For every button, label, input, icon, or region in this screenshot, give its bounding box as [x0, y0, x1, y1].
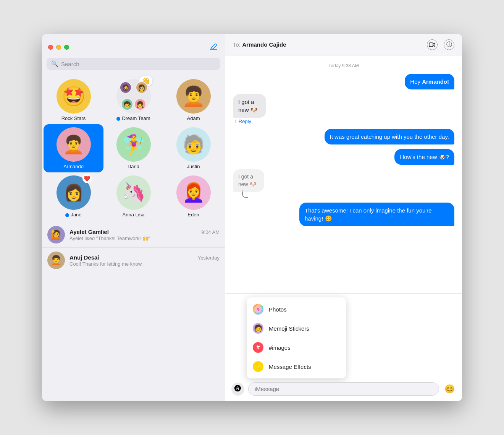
- recipient-name: Armando Cajide: [242, 41, 286, 48]
- info-button[interactable]: ⓘ: [444, 39, 454, 50]
- app-window: 🔍 🤩 Rock Stars 👋 🧔 👩 🧒 👧: [42, 34, 462, 401]
- sidebar: 🔍 🤩 Rock Stars 👋 🧔 👩 🧒 👧: [42, 34, 225, 401]
- avatar-darla: 🧚‍♀️: [116, 127, 151, 162]
- input-area: 🌸 Photos 🧑 Memoji Stickers # #images ✨ M…: [225, 293, 462, 401]
- avatar-dream-team: 👋 🧔 👩 🧒 👧: [116, 79, 151, 114]
- hashtag-images-icon: #: [253, 342, 263, 353]
- avatar-adam: 🧑‍🦱: [176, 79, 211, 114]
- pin-label-jane: Jane: [65, 212, 81, 218]
- input-row: 🅐 😊: [231, 382, 456, 396]
- conv-header-ayelet: Ayelet Gamliel 9:04 AM: [69, 229, 220, 235]
- pinned-contact-justin[interactable]: 🧓 Justin: [163, 124, 223, 172]
- conv-content-ayelet: Ayelet Gamliel 9:04 AM Ayelet liked "Tha…: [69, 229, 220, 241]
- video-call-button[interactable]: [427, 39, 438, 50]
- pinned-contact-jane[interactable]: 👩 ❤️ Jane: [44, 172, 103, 221]
- effects-icon: ✨: [253, 361, 263, 372]
- message-text-1: Hey Armando!: [410, 78, 449, 85]
- menu-label-photos: Photos: [269, 306, 287, 313]
- menu-item-effects[interactable]: ✨ Message Effects: [247, 357, 346, 376]
- conv-time-ayelet: 9:04 AM: [201, 229, 220, 235]
- menu-item-photos[interactable]: 🌸 Photos: [247, 300, 346, 319]
- maximize-button[interactable]: [64, 45, 69, 50]
- conv-preview-ayelet: Ayelet liked "Thanks! Teamwork! 🙌": [69, 235, 220, 241]
- pin-label-anna-lisa: Anna Lisa: [123, 212, 145, 218]
- avatar-eden: 👩‍🦰: [176, 175, 211, 210]
- info-icon: ⓘ: [446, 41, 452, 48]
- menu-label-effects: Message Effects: [269, 364, 311, 370]
- menu-item-images[interactable]: # #images: [247, 338, 346, 357]
- chat-header-icons: ⓘ: [427, 39, 454, 50]
- svg-rect-1: [429, 43, 433, 47]
- pinned-contact-armando[interactable]: 🧑‍🦱 Armando: [44, 124, 103, 172]
- avatar-justin: 🧓: [176, 127, 211, 162]
- dt-avatar-3: 🧒: [121, 98, 133, 110]
- chat-header: To: Armando Cajide ⓘ: [225, 34, 462, 55]
- message-with-reply-2: I got a new 🐶 1 Reply: [233, 94, 281, 124]
- conv-header-anuj: Anuj Desai Yesterday: [69, 254, 220, 261]
- traffic-lights: [48, 45, 69, 50]
- conversation-item-anuj[interactable]: 🧑‍🦱 Anuj Desai Yesterday Cool! Thanks fo…: [42, 248, 225, 273]
- pin-label-darla: Darla: [128, 164, 139, 169]
- message-row-1: Hey Armando!: [233, 74, 454, 89]
- search-input[interactable]: [61, 61, 216, 67]
- memoji-icon: 🧑: [253, 323, 263, 334]
- compose-button[interactable]: [208, 42, 219, 52]
- minimize-button[interactable]: [56, 45, 61, 50]
- bubble-1: Hey Armando!: [405, 74, 454, 89]
- attachments-dropdown: 🌸 Photos 🧑 Memoji Stickers # #images ✨ M…: [247, 297, 346, 378]
- message-row-4: How's the new 🐶?: [233, 149, 454, 165]
- dt-avatar-2: 👩: [136, 81, 148, 94]
- search-icon: 🔍: [51, 60, 58, 67]
- title-bar: [42, 34, 225, 54]
- conversation-list: 🙋 Ayelet Gamliel 9:04 AM Ayelet liked "T…: [42, 222, 225, 401]
- pin-label-eden: Eden: [187, 212, 199, 218]
- unread-indicator-jane: [65, 213, 69, 217]
- pinned-contact-adam[interactable]: 🧑‍🦱 Adam: [163, 76, 223, 124]
- avatar-jane: 👩 ❤️: [57, 175, 91, 210]
- message-text-3: It was great catching up with you the ot…: [330, 133, 449, 140]
- avatar-ayelet: 🙋: [47, 226, 65, 243]
- chat-panel: To: Armando Cajide ⓘ Today 9:38 AM: [225, 34, 462, 401]
- search-bar[interactable]: 🔍: [47, 58, 220, 70]
- pin-label-adam: Adam: [187, 115, 200, 121]
- conv-preview-anuj: Cool! Thanks for letting me know.: [69, 261, 220, 267]
- pin-label-armando: Armando: [63, 164, 84, 169]
- pinned-contact-dream-team[interactable]: 👋 🧔 👩 🧒 👧 Dream Team: [103, 76, 163, 124]
- bubble-4: How's the new 🐶?: [394, 149, 454, 165]
- conv-name-anuj: Anuj Desai: [69, 254, 99, 261]
- message-text-6: That's awesome! I can only imagine the f…: [305, 207, 432, 222]
- message-text-4: How's the new 🐶?: [400, 154, 449, 160]
- avatar-armando: 🧑‍🦱: [57, 127, 91, 162]
- message-row-6: That's awesome! I can only imagine the f…: [233, 203, 454, 226]
- conv-content-anuj: Anuj Desai Yesterday Cool! Thanks for le…: [69, 254, 220, 267]
- timestamp: Today 9:38 AM: [233, 63, 454, 68]
- pinned-contact-eden[interactable]: 👩‍🦰 Eden: [163, 172, 223, 221]
- pin-label-justin: Justin: [187, 164, 200, 169]
- message-input[interactable]: [248, 382, 439, 396]
- photos-icon: 🌸: [253, 304, 263, 315]
- conv-time-anuj: Yesterday: [198, 255, 220, 261]
- unread-indicator-dream-team: [116, 117, 120, 121]
- bubble-2: I got a new 🐶: [233, 94, 266, 118]
- typing-context: I got a new 🐶: [233, 169, 278, 198]
- emoji-button[interactable]: 😊: [443, 383, 456, 396]
- conversation-item-ayelet[interactable]: 🙋 Ayelet Gamliel 9:04 AM Ayelet liked "T…: [42, 222, 225, 248]
- avatar-rock-stars: 🤩: [57, 79, 91, 114]
- menu-item-memoji[interactable]: 🧑 Memoji Stickers: [247, 319, 346, 338]
- message-row-3: It was great catching up with you the ot…: [233, 129, 454, 144]
- reply-link-2[interactable]: 1 Reply: [234, 118, 281, 124]
- pinned-contact-darla[interactable]: 🧚‍♀️ Darla: [103, 124, 163, 172]
- bubble-6: That's awesome! I can only imagine the f…: [299, 203, 454, 226]
- bubble-5-preview: I got a new 🐶: [233, 169, 264, 192]
- dt-avatar-4: 👧: [134, 98, 146, 110]
- pin-label-rock-stars: Rock Stars: [61, 115, 86, 121]
- pinned-contacts-grid: 🤩 Rock Stars 👋 🧔 👩 🧒 👧 Dream Team: [42, 73, 225, 222]
- message-text-2: I got a new 🐶: [238, 99, 258, 113]
- messages-area: Today 9:38 AM Hey Armando! I got a new 🐶…: [225, 55, 462, 293]
- app-store-button[interactable]: 🅐: [231, 383, 244, 396]
- close-button[interactable]: [48, 45, 53, 50]
- menu-label-images: #images: [269, 344, 291, 351]
- pinned-contact-anna-lisa[interactable]: 🦄 Anna Lisa: [103, 172, 163, 221]
- pinned-contact-rock-stars[interactable]: 🤩 Rock Stars: [44, 76, 103, 124]
- app-store-icon: 🅐: [234, 385, 241, 393]
